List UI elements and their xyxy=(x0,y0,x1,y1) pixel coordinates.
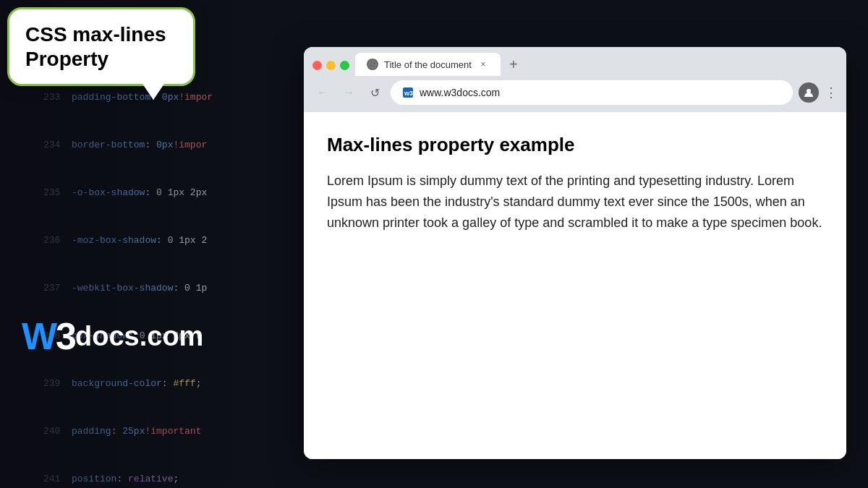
reload-button[interactable]: ↺ xyxy=(365,82,385,103)
logo-docs-part: docs.com xyxy=(75,321,203,352)
browser-content: Max-lines property example Lorem Ipsum i… xyxy=(304,112,846,459)
browser-tab-active[interactable]: Title of the document × xyxy=(355,53,501,76)
code-line: 235 -o-box-shadow: 0 1px 2px xyxy=(43,185,213,201)
traffic-light-yellow[interactable] xyxy=(326,61,336,70)
new-tab-button[interactable]: + xyxy=(503,54,524,74)
code-line: 236 -moz-box-shadow: 0 1px 2 xyxy=(43,233,213,249)
tab-close-button[interactable]: × xyxy=(477,59,489,70)
browser-window: Title of the document × + ← → ↺ w3 www.w… xyxy=(304,47,846,459)
code-line: 241 position: relative; xyxy=(43,471,213,487)
code-line: 233 padding-bottom: 0px!impor xyxy=(43,90,213,106)
url-text: www.w3docs.com xyxy=(420,87,781,98)
profile-button[interactable] xyxy=(799,82,819,103)
title-card: CSS max-lines Property xyxy=(7,7,195,86)
code-line: 240 padding: 25px!important xyxy=(43,424,213,440)
back-button[interactable]: ← xyxy=(312,82,333,103)
address-bar-row: ← → ↺ w3 www.w3docs.com ⋮ xyxy=(304,76,846,112)
tab-bar: Title of the document × + xyxy=(304,47,846,76)
title-card-text: CSS max-lines Property xyxy=(25,22,177,71)
code-line: 234 border-bottom: 0px!impor xyxy=(43,137,213,153)
logo-w-part: W xyxy=(22,314,56,358)
traffic-light-green[interactable] xyxy=(340,61,349,70)
code-line: 239 background-color: #fff; xyxy=(43,376,213,392)
traffic-light-red[interactable] xyxy=(312,61,322,70)
address-favicon-icon: w3 xyxy=(402,87,414,98)
svg-text:w3: w3 xyxy=(404,90,413,97)
browser-chrome: Title of the document × + ← → ↺ w3 www.w… xyxy=(304,47,846,112)
traffic-lights xyxy=(310,61,355,76)
speech-tail xyxy=(142,84,164,100)
browser-menu-button[interactable]: ⋮ xyxy=(825,85,838,100)
code-editor: 233 padding-bottom: 0px!impor 234 border… xyxy=(43,58,213,488)
address-bar[interactable]: w3 www.w3docs.com xyxy=(391,80,793,105)
w3docs-logo: W 3 docs.com xyxy=(22,314,203,358)
content-body: Lorem Ipsum is simply dummy text of the … xyxy=(327,171,823,233)
logo-3-part: 3 xyxy=(56,314,75,358)
tab-favicon xyxy=(367,59,378,70)
forward-button[interactable]: → xyxy=(339,82,359,103)
tab-title: Title of the document xyxy=(384,59,472,70)
code-line: 237 -webkit-box-shadow: 0 1p xyxy=(43,281,213,296)
content-heading: Max-lines property example xyxy=(327,134,823,156)
